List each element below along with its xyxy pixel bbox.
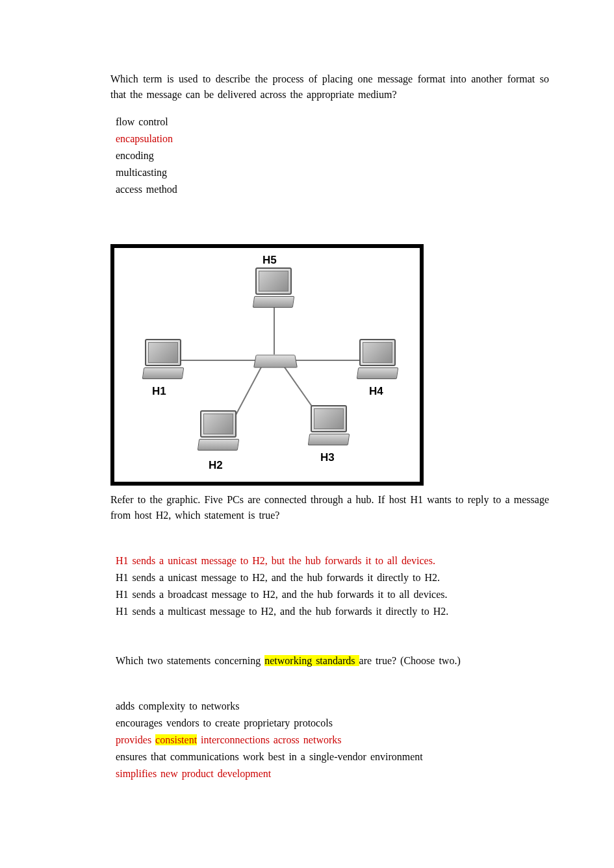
q3-option-0: adds complexity to networks <box>116 699 549 714</box>
q1-prompt: Which term is used to describe the proce… <box>110 71 549 103</box>
network-diagram: H5 H1 H4 H2 H3 <box>110 244 424 486</box>
q3-prompt-pre: Which two statements concerning <box>116 655 264 666</box>
q2-prompt: Refer to the graphic. Five PCs are conne… <box>110 492 549 523</box>
q2-option-2: H1 sends a broadcast message to H2, and … <box>116 587 549 602</box>
q2-option-3: H1 sends a multicast message to H2, and … <box>116 604 549 619</box>
q1-options: flow controlencapsulationencodingmultica… <box>116 114 549 197</box>
wire-h4 <box>295 360 360 361</box>
q1-option-0: flow control <box>116 114 549 130</box>
q1-option-4: access method <box>116 182 549 197</box>
pc-h5: H5 <box>251 267 296 310</box>
pc-h2: H2 <box>196 410 241 453</box>
pc-h1: H1 <box>140 339 186 381</box>
label-h2: H2 <box>209 457 223 474</box>
label-h3: H3 <box>320 449 335 466</box>
wire-h5 <box>274 308 275 354</box>
q3-option-1: encourages vendors to create proprietary… <box>116 715 549 731</box>
pc-h3: H3 <box>306 405 352 447</box>
q2-options: H1 sends a unicast message to H2, but th… <box>116 553 549 619</box>
label-h1: H1 <box>152 383 166 400</box>
label-h5: H5 <box>262 252 277 269</box>
q2-option-0: H1 sends a unicast message to H2, but th… <box>116 553 549 569</box>
q2-option-1: H1 sends a unicast message to H2, and th… <box>116 570 549 586</box>
q3-prompt-hl: networking standards <box>264 655 359 666</box>
q3-option-3: ensures that communications work best in… <box>116 749 549 765</box>
q1-option-3: multicasting <box>116 165 549 180</box>
q3-option-4: simplifies new product development <box>116 766 549 782</box>
q1-option-1: encapsulation <box>116 131 549 147</box>
q1-option-2: encoding <box>116 148 549 164</box>
q3-options: adds complexity to networksencourages ve… <box>116 699 549 782</box>
pc-h4: H4 <box>355 339 400 381</box>
q3-prompt-post: are true? (Choose two.) <box>359 655 461 666</box>
label-h4: H4 <box>369 383 383 400</box>
q3-prompt: Which two statements concerning networki… <box>116 653 549 669</box>
hub-icon <box>253 355 298 368</box>
page: Which term is used to describe the proce… <box>0 0 614 868</box>
q3-option-2: provides consistent interconnections acr… <box>116 732 549 748</box>
wire-h1 <box>179 360 256 361</box>
